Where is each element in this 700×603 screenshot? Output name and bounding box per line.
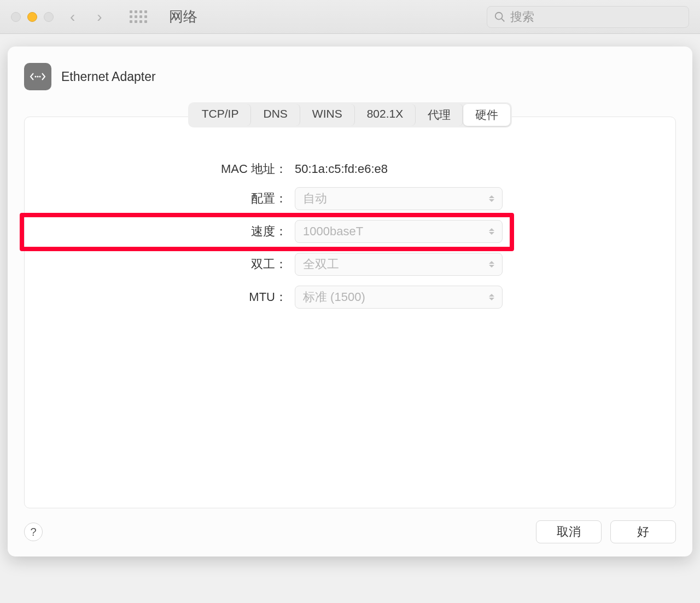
speed-value: 1000baseT: [303, 224, 363, 239]
close-window-button[interactable]: [11, 12, 21, 22]
mtu-label: MTU：: [25, 289, 287, 305]
chevron-updown-icon: [489, 227, 495, 236]
mtu-select[interactable]: 标准 (1500): [295, 286, 503, 309]
search-placeholder: 搜索: [510, 9, 534, 25]
search-icon: [494, 11, 506, 23]
svg-point-4: [39, 76, 41, 78]
adapter-name: Ethernet Adapter: [61, 69, 156, 84]
forward-button[interactable]: ›: [97, 8, 102, 26]
duplex-label: 双工：: [25, 256, 287, 272]
show-all-icon[interactable]: [130, 10, 147, 23]
tab-bar: TCP/IP DNS WINS 802.1X 代理 硬件: [188, 102, 512, 127]
config-value: 自动: [303, 190, 327, 207]
svg-point-3: [37, 76, 39, 78]
window-title: 网络: [169, 7, 487, 26]
config-label: 配置：: [25, 190, 287, 207]
tab-hardware[interactable]: 硬件: [463, 104, 510, 126]
speed-select[interactable]: 1000baseT: [295, 220, 503, 243]
svg-line-1: [501, 19, 504, 21]
help-button[interactable]: ?: [24, 523, 43, 541]
speed-label: 速度：: [25, 223, 287, 240]
titlebar: ‹ › 网络 搜索: [0, 0, 700, 34]
nav-arrows: ‹ ›: [70, 8, 102, 26]
svg-point-0: [495, 12, 503, 19]
mac-address-value: 50:1a:c5:fd:e6:e8: [295, 162, 514, 176]
tab-dns[interactable]: DNS: [251, 104, 300, 126]
tab-proxy[interactable]: 代理: [416, 104, 463, 126]
chevron-updown-icon: [489, 292, 495, 302]
hardware-panel: MAC 地址： 50:1a:c5:fd:e6:e8 配置： 自动 速度： 100…: [24, 117, 676, 508]
cancel-button[interactable]: 取消: [536, 520, 602, 543]
sheet-header: Ethernet Adapter: [24, 63, 676, 90]
search-input[interactable]: 搜索: [487, 6, 689, 28]
mtu-value: 标准 (1500): [303, 289, 365, 305]
mac-address-label: MAC 地址：: [25, 161, 287, 177]
back-button[interactable]: ‹: [70, 8, 75, 26]
tab-8021x[interactable]: 802.1X: [355, 104, 416, 126]
chevron-updown-icon: [489, 194, 495, 204]
tab-wins[interactable]: WINS: [300, 104, 355, 126]
sheet-footer: ? 取消 好: [24, 520, 676, 543]
duplex-value: 全双工: [303, 256, 339, 272]
svg-point-2: [35, 76, 37, 78]
settings-sheet: Ethernet Adapter TCP/IP DNS WINS 802.1X …: [8, 47, 692, 556]
duplex-select[interactable]: 全双工: [295, 253, 503, 276]
tab-tcpip[interactable]: TCP/IP: [190, 104, 252, 126]
maximize-window-button[interactable]: [44, 12, 54, 22]
ethernet-adapter-icon: [24, 63, 51, 90]
chevron-updown-icon: [489, 259, 495, 269]
traffic-lights: [11, 12, 54, 22]
ok-button[interactable]: 好: [610, 520, 676, 543]
config-select[interactable]: 自动: [295, 187, 503, 210]
minimize-window-button[interactable]: [27, 12, 37, 22]
